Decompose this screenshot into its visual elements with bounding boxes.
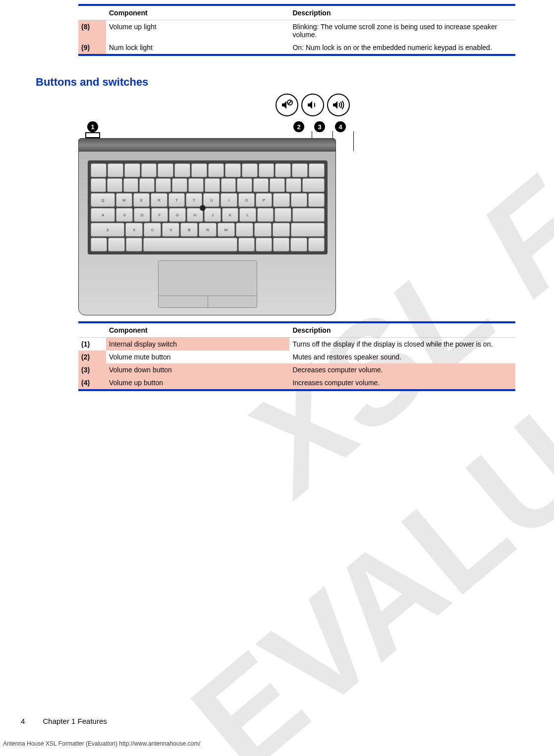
display-switch-callout (85, 132, 100, 138)
row-component: Volume mute button (106, 351, 289, 363)
evaluation-footer: Antenna House XSL Formatter (Evaluation)… (3, 740, 200, 747)
section-heading: Buttons and switches (36, 76, 515, 89)
table-row: (4) Volume up button Increases computer … (78, 376, 515, 390)
table-row: (8) Volume up light Blinking: The volume… (78, 20, 515, 42)
row-number: (9) (78, 41, 106, 55)
row-component: Internal display switch (106, 338, 289, 351)
row-number: (3) (78, 363, 106, 376)
laptop-hinge (78, 138, 336, 152)
row-description: Turns off the display if the display is … (289, 338, 515, 351)
component-table-lights: Component Description (8) Volume up ligh… (78, 4, 515, 56)
table-row: (3) Volume down button Decreases compute… (78, 363, 515, 376)
table-header-component: Component (106, 5, 289, 20)
table-row: (1) Internal display switch Turns off th… (78, 338, 515, 351)
row-number: (8) (78, 20, 106, 42)
row-description: Blinking: The volume scroll zone is bein… (289, 20, 515, 42)
pointing-stick (200, 205, 206, 211)
callout-line (353, 131, 354, 151)
chapter-label: Chapter 1 Features (43, 717, 107, 725)
table-row: (9) Num lock light On: Num lock is on or… (78, 41, 515, 55)
table-header-description: Description (289, 5, 515, 20)
row-component: Volume up light (106, 20, 289, 42)
row-number: (4) (78, 376, 106, 390)
row-component: Volume down button (106, 363, 289, 376)
row-description: Increases computer volume. (289, 376, 515, 390)
row-component: Volume up button (106, 376, 289, 390)
row-number: (2) (78, 351, 106, 363)
row-description: On: Num lock is on or the embedded numer… (289, 41, 515, 55)
table-header-component: Component (106, 322, 289, 338)
row-number: (1) (78, 338, 106, 351)
page-number: 4 (21, 717, 25, 725)
callout-number: 4 (335, 121, 346, 132)
laptop-figure: 2 3 4 1 QWERTYUIOP ASDFGHJKL ZXCVBNM (78, 98, 336, 315)
table-header-blank (78, 322, 106, 338)
table-header-blank (78, 5, 106, 20)
table-header-description: Description (289, 322, 515, 338)
row-description: Decreases computer volume. (289, 363, 515, 376)
component-table-buttons: Component Description (1) Internal displ… (78, 321, 515, 391)
table-row: (2) Volume mute button Mutes and restore… (78, 351, 515, 363)
page-footer: 4 Chapter 1 Features (21, 717, 107, 725)
laptop-deck: QWERTYUIOP ASDFGHJKL ZXCVBNM (78, 151, 336, 315)
keyboard: QWERTYUIOP ASDFGHJKL ZXCVBNM (88, 160, 328, 254)
row-component: Num lock light (106, 41, 289, 55)
row-description: Mutes and restores speaker sound. (289, 351, 515, 363)
touchpad (158, 260, 257, 308)
